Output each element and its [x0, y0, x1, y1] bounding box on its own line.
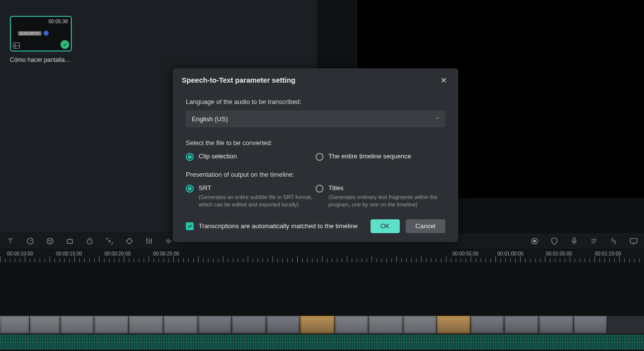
radio-entire-timeline[interactable]: The entire timeline sequence: [316, 152, 445, 161]
radio-titles[interactable]: Titles (Generates ordinary text fragment…: [316, 184, 445, 208]
radio-icon: [186, 153, 194, 161]
radio-icon: [316, 185, 323, 193]
radio-srt-label: SRT: [199, 184, 313, 192]
checkbox-checked-icon: [186, 222, 194, 230]
auto-match-checkbox[interactable]: Transcriptions are automatically matched…: [186, 222, 358, 230]
ok-button[interactable]: OK: [371, 219, 400, 233]
chevron-down-icon: [434, 115, 440, 123]
select-file-label: Select the file to be converted:: [186, 139, 445, 147]
presentation-label: Presentation of output on the timeline:: [186, 171, 445, 178]
radio-clip-selection[interactable]: Clip selection: [186, 152, 316, 161]
radio-icon: [316, 153, 323, 161]
radio-titles-description: (Generates ordinary text fragments withi…: [328, 194, 442, 208]
radio-srt-description: (Generates an entire subtitle file in SR…: [199, 194, 313, 208]
radio-timeline-label: The entire timeline sequence: [328, 152, 411, 160]
radio-clip-label: Clip selection: [199, 152, 237, 160]
dialog-backdrop: Speech-to-Text parameter setting ✕ Langu…: [0, 0, 644, 351]
language-select[interactable]: English (US): [186, 110, 445, 127]
radio-icon: [186, 185, 194, 193]
radio-srt[interactable]: SRT (Generates an entire subtitle file i…: [186, 184, 316, 208]
cancel-button[interactable]: Cancel: [406, 219, 445, 233]
dialog-title: Speech-to-Text parameter setting: [182, 76, 295, 84]
language-value: English (US): [192, 115, 228, 123]
speech-to-text-dialog: Speech-to-Text parameter setting ✕ Langu…: [173, 68, 458, 242]
language-label: Language of the audio to be transcribed:: [186, 98, 445, 105]
close-icon[interactable]: ✕: [438, 75, 448, 85]
auto-match-label: Transcriptions are automatically matched…: [199, 222, 358, 230]
radio-titles-label: Titles: [328, 184, 442, 192]
